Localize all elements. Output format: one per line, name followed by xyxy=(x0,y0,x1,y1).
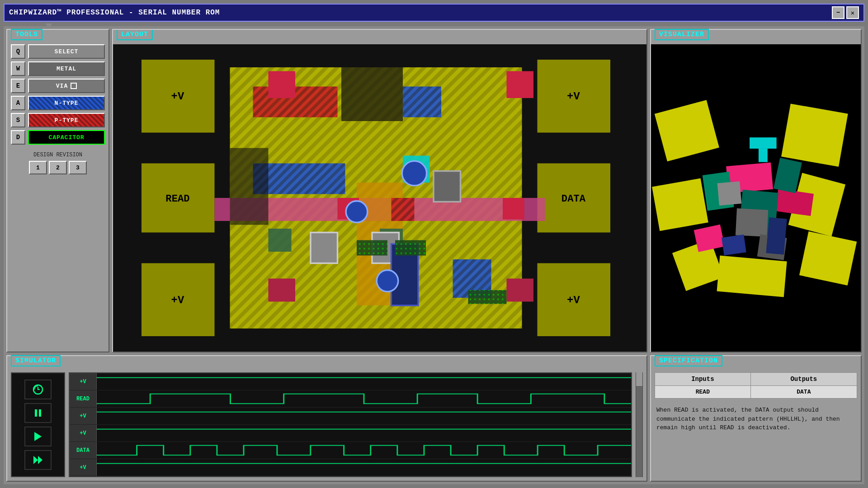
svg-marker-72 xyxy=(33,456,38,464)
tool-row-metal: W METAL xyxy=(11,61,105,76)
spec-header-outputs: Outputs xyxy=(750,373,857,386)
svg-rect-35 xyxy=(507,71,534,99)
tool-row-capacitor: D CAPACITOR xyxy=(11,130,105,145)
simulator-panel: SIMULATOR +V xyxy=(6,355,647,482)
design-revision-section: DESIGN REVISION 1 2 3 xyxy=(11,152,105,174)
svg-text:+V: +V xyxy=(567,90,580,103)
tool-select-btn[interactable]: SELECT xyxy=(28,44,105,59)
wave-label-read: READ xyxy=(70,390,97,407)
svg-rect-67 xyxy=(722,235,746,255)
key-q[interactable]: Q xyxy=(11,44,25,59)
tool-row-select: Q SELECT xyxy=(11,44,105,59)
svg-rect-39 xyxy=(503,198,524,220)
tools-title: TOOLS xyxy=(11,29,42,40)
svg-rect-32 xyxy=(434,171,461,202)
visualizer-canvas xyxy=(651,44,861,352)
svg-marker-73 xyxy=(38,456,42,464)
svg-marker-71 xyxy=(34,432,42,441)
spec-description: When READ is activated, the DATA output … xyxy=(655,404,857,434)
svg-rect-48 xyxy=(655,100,719,161)
tool-row-ptype: S P-TYPE xyxy=(11,113,105,127)
spec-header-inputs: Inputs xyxy=(655,373,751,386)
sim-reset-btn[interactable] xyxy=(24,380,52,399)
svg-rect-46 xyxy=(341,67,403,121)
key-d[interactable]: D xyxy=(11,130,25,145)
svg-text:READ: READ xyxy=(165,194,189,205)
wave-row-vcc3: +V xyxy=(70,425,631,442)
svg-rect-56 xyxy=(759,149,768,162)
svg-rect-44 xyxy=(395,240,426,256)
sim-fastforward-btn[interactable] xyxy=(24,450,52,470)
key-w[interactable]: W xyxy=(11,61,25,76)
svg-rect-62 xyxy=(774,158,802,193)
scrollbar-thumb[interactable] xyxy=(636,372,642,386)
svg-rect-55 xyxy=(750,137,776,149)
layout-svg: +V +V READ DATA +V +V xyxy=(113,44,646,352)
sim-waves: +V READ xyxy=(69,372,632,477)
minimize-button[interactable]: − xyxy=(832,6,844,19)
tool-row-ntype: A N-TYPE xyxy=(11,96,105,110)
svg-rect-70 xyxy=(39,409,41,417)
spec-table: Inputs Outputs READ DATA xyxy=(655,372,857,399)
tool-ntype-btn[interactable]: N-TYPE xyxy=(28,96,105,110)
svg-rect-53 xyxy=(799,231,857,286)
wave-label-vcc3: +V xyxy=(70,425,97,441)
key-s[interactable]: S xyxy=(11,113,25,127)
close-button[interactable]: ✕ xyxy=(846,6,859,19)
via-label: VIA xyxy=(56,83,68,89)
svg-rect-49 xyxy=(781,103,848,167)
key-a[interactable]: A xyxy=(11,96,25,110)
key-e[interactable]: E xyxy=(11,79,25,93)
wave-track-data xyxy=(97,442,631,459)
tools-panel: TOOLS Q SELECT W METAL E VIA A N-TYPE S … xyxy=(6,29,109,352)
tool-capacitor-btn[interactable]: CAPACITOR xyxy=(28,130,105,145)
wave-label-vcc1: +V xyxy=(70,373,97,390)
revision-buttons: 1 2 3 xyxy=(11,161,105,174)
sim-scrollbar[interactable] xyxy=(636,372,643,477)
svg-text:+V: +V xyxy=(171,294,184,306)
wave-track-vcc3 xyxy=(97,425,631,441)
svg-rect-59 xyxy=(694,225,725,252)
tool-ptype-btn[interactable]: P-TYPE xyxy=(28,113,105,127)
spec-input-read: READ xyxy=(655,386,751,399)
tool-metal-btn[interactable]: METAL xyxy=(28,61,105,76)
revision-2-btn[interactable]: 2 xyxy=(49,161,67,174)
spec-panel: SPECIFICATION Inputs Outputs READ DATA W… xyxy=(650,355,862,482)
spec-row: READ DATA xyxy=(655,386,857,399)
window-controls: − ✕ xyxy=(832,6,859,19)
wave-track-vcc1 xyxy=(97,373,631,390)
layout-title: LAYOUT xyxy=(117,29,153,40)
svg-rect-26 xyxy=(392,198,415,221)
visualizer-svg xyxy=(651,44,861,352)
sim-play-btn[interactable] xyxy=(24,427,52,446)
svg-rect-69 xyxy=(35,409,37,417)
wave-row-vcc4: +V xyxy=(70,459,631,476)
via-box xyxy=(71,83,77,89)
revision-3-btn[interactable]: 3 xyxy=(69,161,87,174)
svg-rect-63 xyxy=(736,208,768,237)
layout-panel[interactable]: LAYOUT +V +V READ DATA +V xyxy=(112,29,647,352)
window-title: CHIPWIZARD™ PROFESSIONAL - SERIAL NUMBER… xyxy=(9,9,220,17)
wave-label-vcc2: +V xyxy=(70,408,97,424)
wave-track-read xyxy=(97,390,631,407)
wave-row-vcc1: +V xyxy=(70,373,631,390)
svg-rect-30 xyxy=(311,233,338,263)
wave-label-vcc4: +V xyxy=(70,459,97,476)
title-bar: CHIPWIZARD™ PROFESSIONAL - SERIAL NUMBER… xyxy=(4,4,864,22)
main-layout: TOOLS Q SELECT W METAL E VIA A N-TYPE S … xyxy=(4,26,864,484)
svg-rect-34 xyxy=(269,71,296,99)
sim-pause-btn[interactable] xyxy=(24,403,52,423)
svg-rect-43 xyxy=(357,240,387,256)
wave-track-vcc2 xyxy=(97,408,631,424)
wave-row-read: READ xyxy=(70,390,631,408)
svg-rect-50 xyxy=(652,178,708,231)
svg-rect-37 xyxy=(507,279,534,302)
layout-canvas[interactable]: +V +V READ DATA +V +V xyxy=(113,44,646,352)
visualizer-panel: VISUALIZER xyxy=(650,29,862,352)
tool-via-btn[interactable]: VIA xyxy=(28,79,105,93)
revision-1-btn[interactable]: 1 xyxy=(29,161,47,174)
tool-row-via: E VIA xyxy=(11,79,105,93)
svg-point-42 xyxy=(377,270,398,292)
svg-point-40 xyxy=(402,161,426,185)
svg-rect-54 xyxy=(717,256,787,297)
